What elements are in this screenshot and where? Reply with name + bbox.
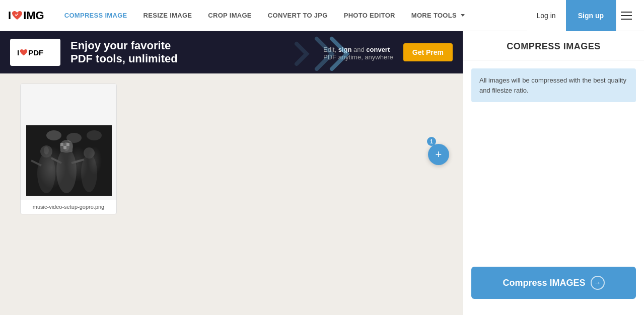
ad-decoration-icon [292,34,352,71]
right-panel: COMPRESS IMAGES All images will be compr… [463,31,644,315]
logo-i: I [8,9,11,22]
nav-item-resize[interactable]: RESIZE IMAGE [135,0,200,31]
logo-img: IMG [23,9,44,22]
svg-line-14 [71,160,84,163]
compress-btn-label: Compress IMAGES [503,278,585,288]
image-preview [21,84,117,200]
svg-line-12 [31,161,41,166]
concert-thumbnail [26,125,112,196]
info-box: All images will be compressed with the b… [471,68,636,102]
ad-title: Enjoy your favoritePDF tools, unlimited [70,39,323,66]
add-button-area: 1 + [428,144,449,165]
plus-icon: + [436,149,442,160]
nav-item-crop[interactable]: CROP IMAGE [200,0,260,31]
header-auth: Log in Sign up [527,0,636,31]
svg-point-3 [40,145,52,158]
svg-line-13 [51,158,61,163]
panel-body [463,110,644,259]
panel-title: COMPRESS IMAGES [475,41,632,52]
svg-point-16 [63,142,69,151]
compress-images-button[interactable]: Compress IMAGES → [471,267,636,299]
ad-banner: I PDF Enjoy your favoritePDF tools, unli… [0,31,463,73]
main-content: I PDF Enjoy your favoritePDF tools, unli… [0,31,644,315]
logo[interactable]: I IMG [8,9,44,22]
hamburger-line-3 [621,19,632,20]
image-card: music-video-setup-gopro.png [20,84,117,214]
add-button-wrapper: 1 + [428,144,449,165]
svg-point-7 [84,147,95,159]
hamburger-line-2 [621,15,632,16]
header: I IMG COMPRESS IMAGE RESIZE IMAGE CROP I… [0,0,644,31]
svg-point-15 [44,146,49,154]
signup-button[interactable]: Sign up [566,0,616,31]
svg-rect-8 [60,143,73,152]
nav-item-compress[interactable]: COMPRESS IMAGE [56,0,135,31]
right-panel-header: COMPRESS IMAGES [463,31,644,60]
login-button[interactable]: Log in [527,0,566,31]
ad-cta-button[interactable]: Get Prem [403,43,453,61]
image-filename: music-video-setup-gopro.png [21,200,116,214]
svg-point-2 [37,153,55,193]
ad-logo: I PDF [10,39,60,66]
ad-logo-pdf: PDF [28,48,43,57]
hamburger-line-1 [621,12,632,13]
ad-logo-heart-icon [20,49,28,56]
left-panel: I PDF Enjoy your favoritePDF tools, unli… [0,31,463,315]
svg-rect-10 [66,143,69,146]
ad-decoration [292,34,352,73]
svg-rect-0 [26,125,112,196]
concert-svg [26,125,112,196]
svg-point-6 [81,154,97,192]
hamburger-menu[interactable] [616,0,636,31]
chevron-down-icon [461,14,465,17]
info-text: All images will be compressed with the b… [479,75,628,95]
main-nav: COMPRESS IMAGE RESIZE IMAGE CROP IMAGE C… [56,0,527,31]
ad-content: Enjoy your favoritePDF tools, unlimited [70,39,323,66]
svg-rect-11 [63,146,66,149]
nav-item-convert[interactable]: CONVERT TO JPG [260,0,336,31]
nav-item-more[interactable]: MORE TOOLS [403,0,473,31]
add-badge: 1 [427,137,436,146]
nav-more-label: MORE TOOLS [411,12,457,19]
canvas-area[interactable]: music-video-setup-gopro.png 1 + [0,73,463,315]
logo-heart-icon [12,11,23,21]
ad-logo-text: I [17,48,19,57]
svg-rect-9 [60,143,63,146]
bottom-area: Compress IMAGES → [463,259,644,315]
arrow-right-icon: → [591,276,605,290]
svg-rect-1 [26,125,112,196]
add-image-button[interactable]: + [428,144,449,165]
svg-point-4 [56,148,77,193]
svg-point-5 [60,140,73,153]
nav-item-photo[interactable]: PHOTO EDITOR [336,0,403,31]
